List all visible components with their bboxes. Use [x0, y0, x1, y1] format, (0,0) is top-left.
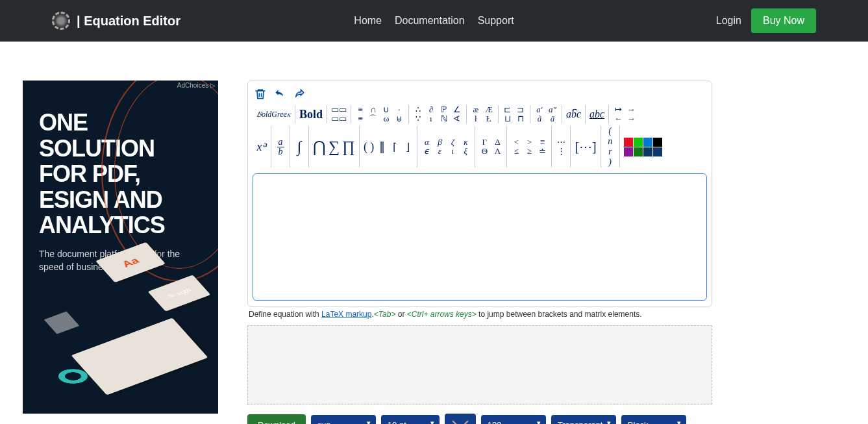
sym-ae-uc[interactable]: Æ [484, 105, 494, 114]
lines-dot[interactable]: · [394, 105, 404, 114]
sym-l-stroke-lc[interactable]: ł [471, 114, 481, 123]
latex-markup-link[interactable]: LaTeX markup [321, 310, 371, 319]
delta-uc-button[interactable]: Δ [492, 138, 502, 147]
sym-adblprime[interactable]: a″ [547, 105, 558, 114]
login-link[interactable]: Login [716, 15, 741, 27]
color-green[interactable] [634, 138, 643, 147]
norm-button[interactable]: ‖ [377, 140, 387, 154]
scale-select[interactable]: 100 [481, 415, 546, 425]
geq-button[interactable]: ≥ [524, 147, 534, 156]
fraction-button[interactable]: a b [275, 138, 286, 156]
rfloor-button[interactable]: ⌋ [403, 141, 413, 153]
bold-button[interactable]: Bold [299, 108, 323, 121]
color-purple[interactable] [624, 147, 633, 156]
sym-aprime[interactable]: a′ [534, 105, 545, 114]
ad-card-doc [71, 318, 208, 395]
sym-auml[interactable]: ä [547, 114, 558, 123]
gt-button[interactable]: > [524, 138, 534, 147]
undo-icon[interactable] [273, 88, 286, 101]
sym-sqcap[interactable]: ⊓ [515, 114, 526, 123]
sum-button[interactable]: ∑ [329, 138, 340, 156]
adchoices-badge[interactable]: AdChoices ▷ [177, 82, 216, 89]
redo-icon[interactable] [293, 88, 306, 101]
display-select[interactable]: Block [621, 415, 686, 425]
sym-partial[interactable]: ∂ [426, 105, 436, 114]
color-navy2[interactable] [653, 147, 662, 156]
lines-equiv2[interactable]: ≡ [355, 114, 366, 123]
equiv-button[interactable]: ≡ [537, 138, 547, 147]
prod-button[interactable]: ∏ [342, 138, 355, 156]
lambda-uc-button[interactable]: Λ [492, 147, 502, 156]
vdots-button[interactable]: ⋮ [556, 147, 566, 156]
sym-dotless-i[interactable]: ı [426, 114, 436, 123]
sym-therefore[interactable]: ∴ [413, 105, 423, 114]
theta-uc-button[interactable]: Θ [479, 147, 490, 156]
crop-button[interactable] [445, 414, 476, 424]
sym-ae-lc[interactable]: æ [471, 105, 481, 114]
lines-cup[interactable]: ∪ [381, 105, 391, 114]
advertisement[interactable]: AdChoices ▷ ONE SOLUTION FOR PDF, ESIGN … [23, 81, 218, 414]
lines-cap[interactable]: ∩ [368, 105, 378, 114]
iota-button[interactable]: ι [447, 147, 458, 156]
background-select[interactable]: Transparent [551, 415, 616, 425]
boldgreek-button[interactable]: 𝓑oldGree𝜅 [256, 110, 291, 119]
sym-agrave[interactable]: à [534, 114, 545, 123]
lt-button[interactable]: < [511, 138, 521, 147]
xa-button[interactable]: xᵃ [256, 140, 267, 154]
lines-omega[interactable]: ω [381, 114, 391, 123]
lines-frown[interactable]: ⌒ [368, 114, 378, 123]
sym-l-stroke-uc[interactable]: Ł [484, 114, 494, 123]
equation-input[interactable] [253, 173, 707, 301]
arrow-left[interactable]: ← [613, 114, 623, 123]
binom-button[interactable]: (nr) [605, 126, 615, 168]
sym-blackboard-p[interactable]: ℙ [439, 105, 449, 114]
xi-button[interactable]: ξ [460, 147, 471, 156]
download-button[interactable]: Download [247, 414, 306, 425]
trash-icon[interactable] [254, 88, 267, 101]
sym-because[interactable]: ∵ [413, 114, 423, 123]
lines-uplus[interactable]: ⊎ [394, 114, 404, 123]
arrow-mapsto[interactable]: ↦ [613, 105, 623, 114]
abc-arc[interactable]: abc [566, 108, 581, 120]
sym-sqcup[interactable]: ⊔ [502, 114, 513, 123]
parens-button[interactable]: ( ) [364, 140, 375, 154]
rect-bottom[interactable]: ▭▭ [331, 114, 347, 123]
nav-home[interactable]: Home [354, 15, 382, 27]
leq-button[interactable]: ≤ [511, 147, 521, 156]
lceil-button[interactable]: ⌈ [390, 141, 400, 153]
kappa-button[interactable]: κ [460, 138, 471, 147]
buy-now-button[interactable]: Buy Now [751, 8, 816, 33]
arrow-right-bot[interactable]: → [626, 114, 636, 123]
color-red[interactable] [624, 138, 633, 147]
nav-documentation[interactable]: Documentation [395, 15, 465, 27]
hint-ctrl: <Ctrl+ arrows keys> [407, 310, 477, 319]
rect-top[interactable]: ▭▭ [331, 105, 347, 114]
varepsilon-button[interactable]: ε [434, 147, 445, 156]
color-blue[interactable] [643, 138, 652, 147]
gamma-uc-button[interactable]: Γ [479, 138, 490, 147]
sym-sqsub[interactable]: ⊏ [502, 105, 513, 114]
arrow-right-top[interactable]: → [626, 105, 636, 114]
sym-measuredangle[interactable]: ∢ [452, 114, 462, 123]
lines-equiv[interactable]: ≡ [355, 105, 366, 114]
sym-sqsup[interactable]: ⊐ [515, 105, 526, 114]
cdots-button[interactable]: ⋯ [556, 138, 566, 147]
bigcap-button[interactable]: ⋂ [313, 138, 326, 156]
nav-support[interactable]: Support [478, 15, 514, 27]
zeta-button[interactable]: ζ [447, 138, 458, 147]
integral-button[interactable]: ∫ [294, 138, 304, 156]
sym-blackboard-n[interactable]: ℕ [439, 114, 449, 123]
abc-underline[interactable]: abc [589, 108, 604, 120]
beta-button[interactable]: β [434, 138, 445, 147]
alpha-button[interactable]: α [421, 138, 432, 147]
matrix-cdots-button[interactable]: [⋯] [575, 139, 596, 155]
format-select[interactable]: svg [311, 415, 376, 425]
doteq-button[interactable]: ≐ [537, 147, 547, 156]
sym-angle[interactable]: ∠ [452, 105, 462, 114]
color-darkgreen[interactable] [634, 147, 643, 156]
color-navy[interactable] [643, 147, 652, 156]
size-select[interactable]: 10 pt [381, 415, 440, 425]
binom-r: r [608, 147, 612, 157]
epsilon-button[interactable]: ϵ [421, 147, 432, 156]
color-black[interactable] [653, 138, 662, 147]
